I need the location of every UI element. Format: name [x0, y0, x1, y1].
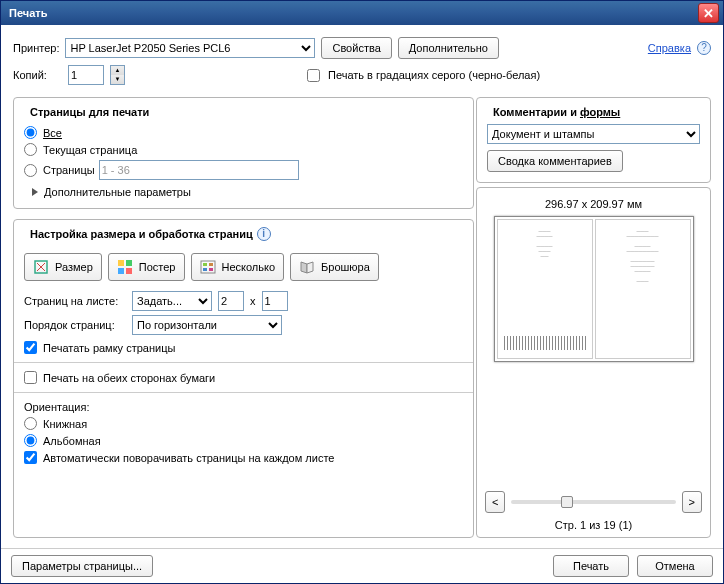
pps-rows-input[interactable]	[262, 291, 288, 311]
radio-landscape[interactable]	[24, 434, 37, 447]
printer-select[interactable]: HP LaserJet P2050 Series PCL6	[65, 38, 315, 58]
size-tab-button[interactable]: Размер	[24, 253, 102, 281]
chevron-right-icon	[32, 188, 38, 196]
orientation-label: Ориентация:	[24, 399, 463, 415]
properties-button[interactable]: Свойства	[321, 37, 391, 59]
frame-checkbox[interactable]	[24, 341, 37, 354]
pps-cols-input[interactable]	[218, 291, 244, 311]
preview-page-info: Стр. 1 из 19 (1)	[555, 513, 632, 531]
preview-sheet: ———————————————— ———————————————————————…	[494, 216, 694, 362]
booklet-tab-button[interactable]: Брошюра	[290, 253, 379, 281]
grayscale-label: Печать в градациях серого (черно-белая)	[328, 69, 540, 81]
poster-tab-button[interactable]: Постер	[108, 253, 185, 281]
radio-landscape-label: Альбомная	[43, 435, 101, 447]
comments-summary-button[interactable]: Сводка комментариев	[487, 150, 623, 172]
order-label: Порядок страниц:	[24, 319, 126, 331]
order-select[interactable]: По горизонтали	[132, 315, 282, 335]
cancel-button[interactable]: Отмена	[637, 555, 713, 577]
pages-range-input	[99, 160, 299, 180]
copies-label: Копий:	[13, 69, 62, 81]
help-link[interactable]: Справка	[648, 42, 691, 54]
comments-group: Комментарии и формы Документ и штампы Св…	[476, 97, 711, 183]
close-button[interactable]: ✕	[698, 3, 719, 23]
svg-rect-4	[126, 268, 132, 274]
printer-label: Принтер:	[13, 42, 59, 54]
radio-current-label: Текущая страница	[43, 144, 137, 156]
svg-rect-5	[201, 261, 215, 273]
page-setup-button[interactable]: Параметры страницы...	[11, 555, 153, 577]
more-options-toggle[interactable]: Дополнительные параметры	[24, 182, 463, 198]
window-title: Печать	[9, 7, 698, 19]
preview-panel: 296.97 x 209.97 мм ———————————————— ————…	[476, 187, 711, 538]
svg-rect-1	[118, 260, 124, 266]
frame-label: Печатать рамку страницы	[43, 342, 175, 354]
preview-prev-button[interactable]: <	[485, 491, 505, 513]
duplex-checkbox[interactable]	[24, 371, 37, 384]
grayscale-checkbox[interactable]	[307, 69, 320, 82]
more-options-label: Дополнительные параметры	[44, 186, 191, 198]
advanced-button[interactable]: Дополнительно	[398, 37, 499, 59]
comments-select[interactable]: Документ и штампы	[487, 124, 700, 144]
pps-label: Страниц на листе:	[24, 295, 126, 307]
svg-rect-7	[209, 263, 213, 266]
radio-all-label: Все	[43, 127, 62, 139]
poster-icon	[117, 259, 133, 275]
sizing-group-title: Настройка размера и обработка страниц	[30, 228, 253, 240]
svg-rect-3	[118, 268, 124, 274]
info-icon[interactable]: i	[257, 227, 271, 241]
preview-dimensions: 296.97 x 209.97 мм	[545, 198, 642, 210]
radio-current[interactable]	[24, 143, 37, 156]
preview-zoom-slider[interactable]	[511, 500, 675, 504]
radio-portrait-label: Книжная	[43, 418, 87, 430]
sizing-group: Настройка размера и обработка страниц i …	[13, 219, 474, 538]
copies-input[interactable]	[68, 65, 104, 85]
radio-pages[interactable]	[24, 164, 37, 177]
svg-rect-2	[126, 260, 132, 266]
pps-x-label: x	[250, 295, 256, 307]
preview-page-1: ————————————————	[497, 219, 593, 359]
comments-group-title: Комментарии и формы	[489, 106, 624, 118]
auto-rotate-label: Автоматически поворачивать страницы на к…	[43, 452, 334, 464]
svg-rect-6	[203, 263, 207, 266]
svg-rect-8	[203, 268, 207, 271]
size-icon	[33, 259, 49, 275]
pps-select[interactable]: Задать...	[132, 291, 212, 311]
help-icon[interactable]: ?	[697, 41, 711, 55]
skyline-graphic	[504, 336, 586, 350]
radio-pages-label: Страницы	[43, 164, 95, 176]
multiple-icon	[200, 259, 216, 275]
preview-page-2: ————————————————————————————————————————…	[595, 219, 691, 359]
duplex-label: Печать на обеих сторонах бумаги	[43, 372, 215, 384]
print-button[interactable]: Печать	[553, 555, 629, 577]
pages-group: Страницы для печати Все Текущая страница…	[13, 97, 474, 209]
pages-group-title: Страницы для печати	[26, 106, 153, 118]
preview-next-button[interactable]: >	[682, 491, 702, 513]
svg-rect-9	[209, 268, 213, 271]
auto-rotate-checkbox[interactable]	[24, 451, 37, 464]
radio-portrait[interactable]	[24, 417, 37, 430]
radio-all[interactable]	[24, 126, 37, 139]
multiple-tab-button[interactable]: Несколько	[191, 253, 285, 281]
booklet-icon	[299, 259, 315, 275]
titlebar: Печать ✕	[1, 1, 723, 25]
copies-spinner[interactable]: ▲▼	[110, 65, 125, 85]
